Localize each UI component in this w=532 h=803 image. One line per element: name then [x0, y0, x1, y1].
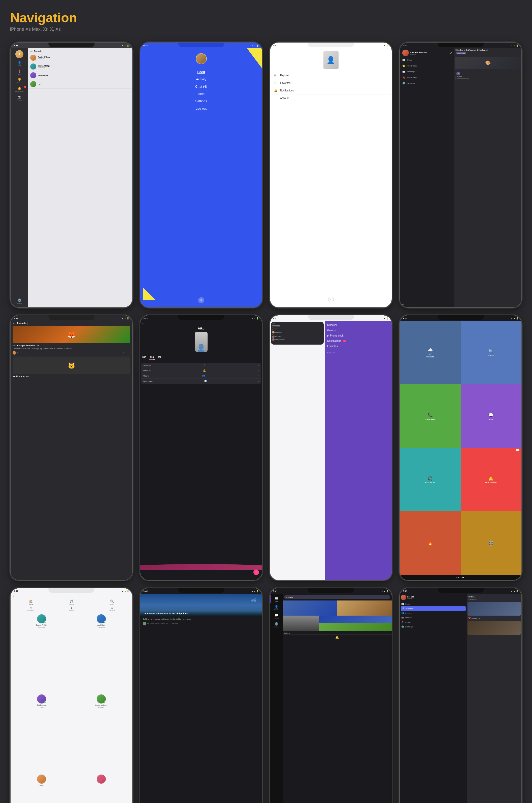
notification-icon: 🔔: [18, 87, 21, 90]
phone-4-notch: [438, 42, 484, 47]
nav-item-messages[interactable]: ✉️ Messages: [400, 69, 454, 75]
settings-icon: ⚙️: [401, 626, 404, 628]
side-nav-settings[interactable]: ⚙️ Settings: [270, 621, 283, 629]
contact-item[interactable]: Aaron Smith: [272, 331, 323, 333]
close-button[interactable]: CLOSE: [400, 575, 521, 580]
bell-icon[interactable]: 🔔: [335, 636, 339, 639]
grid-contact[interactable]: Lapina McCarty Illustrator: [72, 694, 131, 773]
list-item[interactable]: Sabina Phillips Cartoonist: [28, 62, 132, 71]
side-nav-profile[interactable]: 👤 Profile: [270, 604, 283, 612]
back-button[interactable]: ‹: [140, 321, 262, 326]
menu-item-explore[interactable]: ⊞ Explore: [270, 72, 392, 79]
share-icon[interactable]: ↗: [450, 52, 452, 54]
tab-profile[interactable]: 👤 Profile: [51, 607, 92, 611]
side-menu-item-groups[interactable]: Groups: [327, 328, 389, 333]
close-icon[interactable]: ✕: [13, 595, 15, 597]
nav-item-explore[interactable]: 🔍 Explore: [401, 606, 466, 611]
tile-chat[interactable]: 💬 CHAT: [461, 384, 522, 448]
chevron-icon: ›: [258, 369, 259, 372]
tab-search[interactable]: 🔍 Search: [92, 599, 132, 605]
profile-name: Laura A. Williams: [410, 51, 449, 53]
profile-role: Designer: [410, 53, 449, 55]
menu-item-notifications[interactable]: 🔔 Notifications: [270, 87, 392, 94]
sidebar-item-photos[interactable]: 📷 Photos: [11, 94, 28, 102]
grid-contact[interactable]: [72, 775, 131, 803]
list-item[interactable]: Tad Duncan: [28, 71, 132, 80]
side-menu-item-discover[interactable]: Discover: [327, 322, 389, 328]
side-menu-item-notifications[interactable]: Notifications 12: [327, 338, 389, 344]
contact-role: Editor: [40, 707, 43, 708]
close-icon[interactable]: ✕: [13, 322, 15, 325]
tile-search[interactable]: 🔍 SEARCH: [461, 321, 522, 384]
menu-item-chat[interactable]: Chat (4): [140, 83, 262, 90]
article-description: Building the new great mobile app for cl…: [143, 618, 260, 620]
grid-contact[interactable]: Tad Duncan Editor: [13, 694, 71, 773]
menu-item-logout[interactable]: Log out: [140, 105, 262, 112]
menu-item-feed[interactable]: Feed: [140, 68, 262, 76]
tile-playlist[interactable]: 🎧 MY PLAYLIST: [400, 448, 461, 511]
fab-button[interactable]: +: [253, 570, 259, 575]
menu-item-dashboard[interactable]: Dashboard 📊 ›: [141, 379, 261, 384]
menu-item-favorites[interactable]: ♡ Favorites: [270, 79, 392, 87]
nav-item-people[interactable]: 👥 People: [401, 611, 466, 615]
nav-item-top-stories[interactable]: ⭐ Top Stories: [400, 63, 454, 69]
list-item[interactable]: Radley O'Brien Architect: [28, 53, 132, 62]
tile-toronto[interactable]: ☁️ 12° TORONTO: [400, 321, 461, 384]
phone-4: 9:41 ▲ ▲ 🔋 Laura A. Williams Designer ↗ …: [399, 42, 522, 308]
side-nav-chat[interactable]: 💬 Chat (8): [270, 612, 283, 620]
tile-equalizer[interactable]: 🎛️: [461, 511, 522, 575]
tile-fire[interactable]: 🔥: [400, 511, 461, 575]
menu-item-settings[interactable]: Settings: [140, 97, 262, 105]
sidebar-item-settings[interactable]: ⚙️ Settings: [11, 297, 28, 305]
nav-item-settings[interactable]: ⚙️ Settings: [401, 625, 466, 629]
nav-item-places[interactable]: 📍 Places: [401, 620, 466, 625]
side-menu-item-phonebook[interactable]: ▶ Phone book: [327, 333, 389, 338]
grid-contact[interactable]: Jack Blair Copywriter: [72, 614, 131, 693]
close-button[interactable]: ×: [328, 297, 334, 302]
phone-8-status-icons: ▲ ▲ 🔋: [511, 318, 518, 320]
menu-item-payouts[interactable]: Payouts 💰 ›: [141, 368, 261, 373]
menu-item-help[interactable]: Help: [140, 90, 262, 97]
grid-contact[interactable]: Photo...: [13, 775, 71, 803]
phone-11-inner: 9:41 ▲ ▲ 🔋 📰 Feed 👤 Profile 💬 Chat (8): [270, 588, 392, 803]
list-item[interactable]: La...: [28, 80, 132, 89]
avatar: [30, 55, 36, 61]
nav-item-bookmarks[interactable]: 🔖 Bookmarks: [400, 75, 454, 80]
side-nav-feed[interactable]: 📰 Feed: [270, 595, 283, 603]
nav-item-feed[interactable]: 📰 Feed: [400, 57, 454, 63]
nav-item-settings[interactable]: ⚙️ Settings: [400, 80, 454, 86]
tile-phonebook[interactable]: 📞 PHONE BOOK: [400, 384, 461, 448]
menu-item-activity[interactable]: Activity: [140, 76, 262, 83]
tab-albums[interactable]: 🎵 Albums: [51, 599, 92, 605]
side-menu-item-favorites[interactable]: Favorites: [327, 344, 389, 349]
menu-item-account[interactable]: ☰ Account: [270, 94, 392, 102]
menu-item-users[interactable]: Users 👥 ›: [141, 373, 261, 379]
tile-notifications[interactable]: 23 🔔 NOTIFICATIONS: [461, 448, 522, 511]
sidebar-item-map[interactable]: 📍 Map: [11, 68, 28, 76]
nav-label-photos: Photos: [405, 617, 412, 619]
sidebar-item-notifications[interactable]: 🔔 Notifications 1: [11, 85, 28, 93]
phone-1-avatar[interactable]: A: [15, 50, 23, 58]
nav-item-feed[interactable]: 📰 Feed: [401, 602, 466, 606]
sidebar-item-awards[interactable]: 🏆 Awards: [11, 77, 28, 85]
tab-home[interactable]: 🏠 Home: [11, 599, 51, 605]
settings-icon: ⚙️: [402, 82, 405, 84]
phone-7-inner: 9:41 ▲ ▲ 🔋 9:41 FACEBOOK Phone book A Aa…: [270, 316, 392, 580]
phone-2-inner: 9:41 ▲ ▲ 🔋 Feed Activity Chat (4) Help S…: [140, 42, 262, 307]
nav-label-feed: Feed: [407, 59, 412, 61]
tab-messages[interactable]: 💬 Messages: [11, 607, 51, 611]
logout-button[interactable]: Log out: [327, 350, 389, 356]
exit-icon[interactable]: ↩: [402, 303, 404, 306]
grid-contact[interactable]: Sabina Phillips Cartoonist: [13, 614, 71, 693]
nav-label-settings: Settings: [17, 303, 22, 304]
close-button[interactable]: ×: [198, 297, 204, 303]
phone-5-time: 9:41: [14, 317, 18, 320]
sidebar-item-anna[interactable]: 👤 Anna: [11, 60, 28, 68]
contact-item[interactable]: Baker Wood: [272, 336, 323, 338]
menu-item-settings[interactable]: Settings ⚙ ›: [141, 363, 261, 368]
contact-item[interactable]: Caitlin Robinson: [272, 338, 323, 341]
phone-1-time: 9:41: [14, 44, 18, 47]
tab-settings[interactable]: ⚙️ Settings: [92, 607, 132, 611]
nav-item-photos[interactable]: 📷 Photos: [401, 615, 466, 620]
phone-6-time: 9:41: [143, 317, 148, 320]
